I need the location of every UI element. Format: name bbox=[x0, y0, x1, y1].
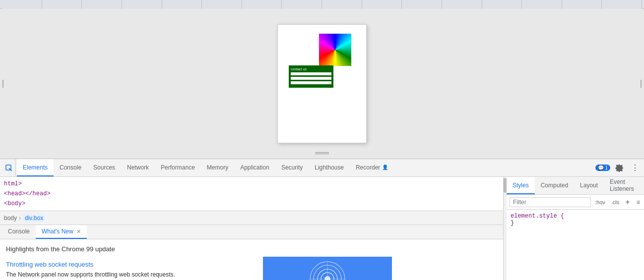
cls-filter-button[interactable]: .cls bbox=[609, 198, 622, 206]
tab-network[interactable]: Network bbox=[121, 159, 155, 176]
more-options-button[interactable]: ⋮ bbox=[628, 161, 642, 175]
styles-filter-bar: :hov .cls + ≡ bbox=[507, 195, 644, 210]
tab-spacer bbox=[394, 159, 595, 176]
ruler-tick bbox=[162, 0, 202, 9]
ruler-tick bbox=[282, 0, 322, 9]
whats-new-item-throttling: Throttling web socket requests The Netwo… bbox=[0, 257, 503, 280]
styles-filter-input[interactable] bbox=[510, 197, 591, 207]
add-style-rule-button[interactable]: + bbox=[623, 197, 632, 207]
ruler-tick bbox=[242, 0, 282, 9]
tab-elements[interactable]: Elements bbox=[17, 159, 54, 176]
ruler-tick bbox=[362, 0, 402, 9]
styles-tab-event-listeners[interactable]: Event Listeners bbox=[604, 177, 644, 194]
ruler-tick bbox=[42, 0, 82, 9]
page-preview: contact us bbox=[0, 9, 644, 159]
styles-panel: Styles Computed Layout Event Listeners :… bbox=[507, 177, 644, 280]
resize-handle-left[interactable] bbox=[2, 80, 3, 88]
bottom-tab-console[interactable]: Console bbox=[2, 225, 36, 239]
styles-tabs: Styles Computed Layout Event Listeners bbox=[507, 177, 644, 195]
tab-lighthouse[interactable]: Lighthouse bbox=[309, 159, 350, 176]
ruler-tick bbox=[402, 0, 442, 9]
whats-new-header: Highlights from the Chrome 99 update bbox=[0, 243, 503, 257]
contact-form-title: contact us bbox=[291, 67, 331, 71]
styles-brace-close: } bbox=[511, 220, 514, 226]
tab-recorder[interactable]: Recorder 👤 bbox=[350, 159, 394, 176]
bottom-tabs-bar: Console What's New ✕ bbox=[0, 224, 503, 239]
styles-closing-brace: } bbox=[511, 220, 642, 226]
dom-panel: html> <head></head> <body> body › div.bo… bbox=[0, 177, 504, 280]
contact-form-field bbox=[291, 77, 331, 80]
resize-handle-bottom[interactable] bbox=[315, 152, 329, 155]
breadcrumb-body[interactable]: body bbox=[4, 215, 17, 222]
ruler-tick bbox=[122, 0, 162, 9]
breadcrumb-div-box[interactable]: div.box bbox=[23, 214, 45, 222]
bottom-tab-whats-new[interactable]: What's New ✕ bbox=[36, 225, 87, 239]
ruler-tick bbox=[562, 0, 602, 9]
breadcrumb-separator: › bbox=[19, 215, 21, 222]
dom-line: <body> bbox=[4, 199, 499, 209]
dom-line: <head></head> bbox=[4, 189, 499, 199]
ruler-tick bbox=[442, 0, 482, 9]
close-whats-new-button[interactable]: ✕ bbox=[76, 228, 81, 235]
recorder-icon: 👤 bbox=[382, 165, 388, 170]
ruler-tick bbox=[482, 0, 522, 9]
tab-memory[interactable]: Memory bbox=[201, 159, 234, 176]
color-gradient bbox=[319, 34, 351, 66]
devtools-panel: Elements Console Sources Network Perform… bbox=[0, 159, 644, 280]
notification-icon: 💬 bbox=[598, 165, 604, 170]
styles-selector-text: element.style { bbox=[511, 213, 564, 220]
breadcrumb: body › div.box bbox=[0, 211, 503, 224]
styles-content[interactable]: element.style { } bbox=[507, 210, 644, 280]
resize-handle-right[interactable] bbox=[641, 80, 642, 88]
styles-tab-layout[interactable]: Layout bbox=[574, 177, 604, 194]
ruler-bar bbox=[2, 0, 642, 9]
hov-filter-button[interactable]: :hov bbox=[593, 198, 607, 206]
notification-badge[interactable]: 💬 1 bbox=[595, 165, 610, 171]
ruler-tick bbox=[602, 0, 642, 9]
styles-tab-styles[interactable]: Styles bbox=[507, 177, 535, 194]
contact-form-field bbox=[291, 72, 331, 75]
whats-new-link-throttling[interactable]: Throttling web socket requests bbox=[6, 261, 257, 268]
dom-tree[interactable]: html> <head></head> <body> bbox=[0, 177, 503, 211]
three-dots-icon: ⋮ bbox=[631, 163, 639, 172]
dom-tag: <body> bbox=[4, 200, 25, 207]
page-card: contact us bbox=[277, 24, 367, 143]
ruler-tick bbox=[322, 0, 362, 9]
ruler-tick bbox=[82, 0, 122, 9]
ruler-tick bbox=[202, 0, 242, 9]
dom-tag: <head></head> bbox=[4, 190, 51, 197]
devtools-body: html> <head></head> <body> body › div.bo… bbox=[0, 177, 644, 280]
browser-ruler bbox=[0, 0, 644, 9]
devtools-tabs-bar: Elements Console Sources Network Perform… bbox=[0, 159, 644, 177]
dom-tag: html> bbox=[4, 180, 22, 187]
more-styles-options-button[interactable]: ≡ bbox=[634, 197, 643, 207]
contact-form: contact us bbox=[289, 65, 333, 88]
whats-new-image-throttling bbox=[263, 257, 392, 280]
tab-security[interactable]: Security bbox=[275, 159, 309, 176]
whats-new-desc-throttling: The Network panel now supports throttlin… bbox=[6, 270, 257, 279]
tab-console[interactable]: Console bbox=[54, 159, 87, 176]
contact-form-field bbox=[291, 81, 331, 84]
tab-performance[interactable]: Performance bbox=[155, 159, 201, 176]
element-style-rule: element.style { } bbox=[511, 213, 642, 226]
styles-selector: element.style { bbox=[511, 213, 642, 220]
whats-new-content: Highlights from the Chrome 99 update Thr… bbox=[0, 239, 503, 280]
tab-application[interactable]: Application bbox=[234, 159, 275, 176]
settings-button[interactable] bbox=[612, 161, 626, 175]
ruler-tick bbox=[522, 0, 562, 9]
styles-tab-computed[interactable]: Computed bbox=[535, 177, 574, 194]
inspect-icon-button[interactable] bbox=[2, 159, 16, 176]
devtools-actions: 💬 1 ⋮ bbox=[595, 159, 644, 176]
tab-sources[interactable]: Sources bbox=[87, 159, 121, 176]
ruler-tick bbox=[2, 0, 42, 9]
whats-new-text-throttling: Throttling web socket requests The Netwo… bbox=[0, 257, 263, 280]
main-container: contact us bbox=[0, 0, 644, 280]
dom-line: html> bbox=[4, 179, 499, 189]
